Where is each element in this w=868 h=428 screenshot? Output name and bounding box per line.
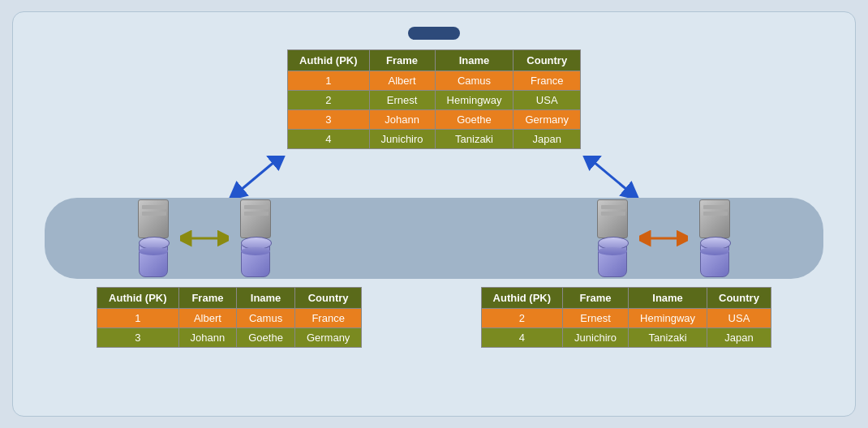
table-cell: USA: [707, 309, 771, 328]
table-cell: Germany: [513, 110, 580, 130]
table-row: 4JunichiroTanizakiJapan: [481, 328, 771, 348]
main-container: Authid (PK)FrameInameCountry 1AlbertCamu…: [12, 11, 856, 417]
column-header: Frame: [563, 288, 629, 309]
table-cell: Hemingway: [629, 309, 707, 328]
column-header: Iname: [435, 50, 513, 71]
table-cell: 4: [481, 328, 562, 348]
right-table: Authid (PK)FrameInameCountry 2ErnestHemi…: [481, 287, 771, 348]
table-cell: 3: [97, 328, 178, 348]
right-db-2: [700, 242, 729, 277]
column-header: Country: [513, 50, 580, 71]
table-cell: Goethe: [237, 328, 295, 348]
column-header: Frame: [369, 50, 435, 71]
column-header: Authid (PK): [481, 288, 562, 309]
table-cell: 2: [288, 91, 369, 110]
table-cell: France: [513, 71, 580, 91]
table-row: 2ErnestHemingwayUSA: [481, 309, 771, 328]
table-cell: Albert: [178, 309, 237, 328]
table-cell: Goethe: [435, 110, 513, 130]
table-row: 3JohannGoetheGermany: [288, 110, 581, 130]
left-server-1: [138, 199, 169, 238]
table-cell: Ernest: [369, 91, 435, 110]
table-row: 1AlbertCamusFrance: [288, 71, 581, 91]
column-header: Authid (PK): [288, 50, 369, 71]
column-header: Frame: [178, 288, 237, 309]
middle-section: [13, 156, 855, 279]
table-row: 4JunichiroTanizakiJapan: [288, 130, 581, 149]
right-server-group: [597, 199, 730, 277]
right-server-2: [699, 199, 730, 238]
table-cell: Ernest: [563, 309, 629, 328]
table-cell: France: [294, 309, 361, 328]
left-db-1: [139, 242, 168, 277]
svg-line-1: [588, 157, 633, 195]
table-cell: Hemingway: [435, 91, 513, 110]
table-cell: USA: [513, 91, 580, 110]
table-cell: Camus: [435, 71, 513, 91]
table-cell: Johann: [178, 328, 237, 348]
left-db-2: [241, 242, 270, 277]
main-table-wrap: Authid (PK)FrameInameCountry 1AlbertCamu…: [287, 49, 581, 149]
table-cell: Junichiro: [369, 130, 435, 149]
table-cell: Japan: [707, 328, 771, 348]
column-header: Iname: [237, 288, 295, 309]
left-h-arrow: [180, 229, 229, 248]
table-row: 1AlbertCamusFrance: [97, 309, 362, 328]
table-row: 3JohannGoetheGermany: [97, 328, 362, 348]
left-server-group: [138, 199, 271, 277]
table-cell: 3: [288, 110, 369, 130]
column-header: Iname: [629, 288, 707, 309]
table-cell: Johann: [369, 110, 435, 130]
table-cell: Junichiro: [563, 328, 629, 348]
table-cell: Germany: [294, 328, 361, 348]
connection-arrows: [45, 156, 823, 198]
right-h-arrow: [639, 229, 688, 248]
table-cell: Albert: [369, 71, 435, 91]
table-row: 2ErnestHemingwayUSA: [288, 91, 581, 110]
app-title: [408, 27, 460, 40]
table-cell: Tanizaki: [629, 328, 707, 348]
table-cell: Tanizaki: [435, 130, 513, 149]
table-cell: Japan: [513, 130, 580, 149]
right-db-1: [598, 242, 627, 277]
left-table: Authid (PK)FrameInameCountry 1AlbertCamu…: [97, 287, 362, 348]
table-cell: 1: [97, 309, 178, 328]
column-header: Country: [707, 288, 771, 309]
svg-line-0: [235, 157, 280, 195]
table-cell: 1: [288, 71, 369, 91]
right-server-1: [597, 199, 628, 238]
server-band: [45, 198, 823, 279]
main-table: Authid (PK)FrameInameCountry 1AlbertCamu…: [287, 49, 581, 149]
column-header: Authid (PK): [97, 288, 178, 309]
column-header: Country: [294, 288, 361, 309]
table-cell: Camus: [237, 309, 295, 328]
table-cell: 4: [288, 130, 369, 149]
left-server-2: [240, 199, 271, 238]
bottom-tables: Authid (PK)FrameInameCountry 1AlbertCamu…: [13, 287, 855, 348]
table-cell: 2: [481, 309, 562, 328]
